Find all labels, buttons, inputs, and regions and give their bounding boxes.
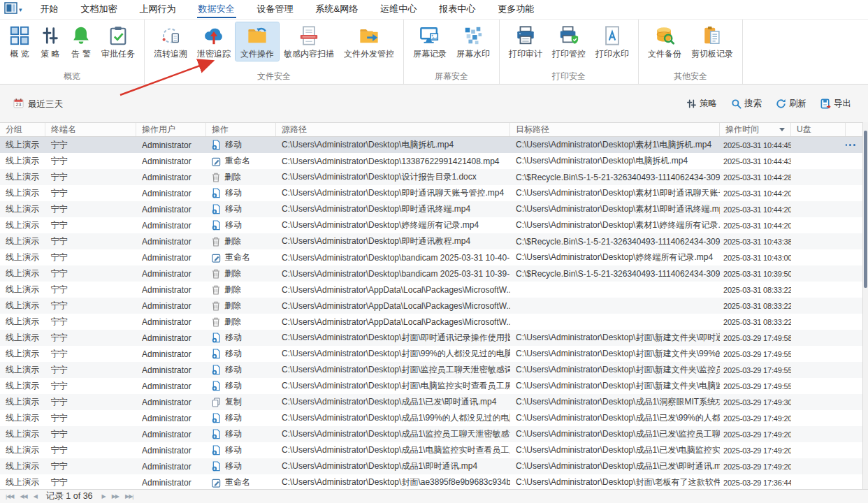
table-row[interactable]: 线上演示宁宁Administrator移动C:\Users\Administra…	[0, 426, 862, 442]
cell-terminal: 宁宁	[45, 316, 136, 328]
cell-user: Administrator	[136, 381, 206, 391]
ribbon-button-clipboard-record[interactable]: 剪切板记录	[686, 22, 738, 61]
ribbon-button-file-operation[interactable]: 文件操作	[236, 22, 279, 61]
table-row[interactable]: 线上演示宁宁Administrator移动C:\Users\Administra…	[0, 442, 862, 458]
menu-item[interactable]: 更多功能	[486, 0, 545, 19]
cell-user: Administrator	[136, 446, 206, 455]
menu-item[interactable]: 系统&网络	[305, 0, 370, 19]
ribbon-button-file-outgoing[interactable]: 文件外发管控	[339, 22, 399, 61]
export-button[interactable]: 导出	[820, 98, 851, 110]
operation-label: 移动	[225, 203, 242, 215]
app-menu-button[interactable]: ▾	[4, 2, 22, 17]
table-row[interactable]: 线上演示宁宁Administrator删除C:\Users\Administra…	[0, 282, 862, 298]
ribbon-button-approval[interactable]: 审批任务	[96, 22, 140, 61]
refresh-icon	[776, 99, 786, 109]
cell-source: C:\Users\Administrator\AppData\Local\Pac…	[276, 317, 510, 327]
ribbon-button-file-backup[interactable]: 文件备份	[643, 22, 686, 61]
cell-time: 2025-03-31 10:44:20	[720, 205, 791, 214]
cell-op: 重命名	[206, 155, 276, 167]
table-row[interactable]: 线上演示宁宁Administrator删除C:\Users\Administra…	[0, 233, 862, 249]
table-row[interactable]: 线上演示宁宁Administrator重命名C:\Users\Administr…	[0, 474, 862, 489]
column-header-8[interactable]: U盘	[791, 123, 846, 136]
menu-item[interactable]: 文档加密	[70, 0, 129, 19]
last-page-button[interactable]: ▶▶|	[125, 490, 133, 503]
cell-time: 2025-03-29 17:49:55	[720, 366, 791, 374]
column-header-1[interactable]: 分组	[0, 123, 45, 136]
column-header-6[interactable]: 目标路径	[510, 123, 720, 136]
menu-item[interactable]: 设备管理	[246, 0, 305, 19]
table-row[interactable]: 线上演示宁宁Administrator复制C:\Users\Administra…	[0, 394, 862, 410]
table-row[interactable]: 线上演示宁宁Administrator移动C:\Users\Administra…	[0, 185, 862, 201]
search-button[interactable]: 搜索	[731, 98, 762, 110]
ribbon-button-alert[interactable]: 告 警	[66, 22, 96, 61]
cell-filler	[846, 144, 862, 147]
cell-group: 线上演示	[0, 412, 45, 424]
first-page-button[interactable]: |◀◀	[6, 490, 13, 503]
delete-icon	[212, 269, 220, 279]
table-row[interactable]: 线上演示宁宁Administrator移动C:\Users\Administra…	[0, 362, 862, 378]
table-row[interactable]: 线上演示宁宁Administrator移动C:\Users\Administra…	[0, 378, 862, 394]
table-row[interactable]: 线上演示宁宁Administrator移动C:\Users\Administra…	[0, 410, 862, 426]
table-row[interactable]: 线上演示宁宁Administrator移动C:\Users\Administra…	[0, 137, 862, 153]
menu-item[interactable]: 开始	[29, 0, 70, 19]
record-count-label: 记录 1 of 36	[46, 490, 93, 502]
cell-target: C:\Users\Administrator\Desktop\封面\新建文件夹\…	[510, 348, 720, 360]
table-row[interactable]: 线上演示宁宁Administrator移动C:\Users\Administra…	[0, 346, 862, 362]
table-row[interactable]: 线上演示宁宁Administrator移动C:\Users\Administra…	[0, 217, 862, 233]
table-row[interactable]: 线上演示宁宁Administrator重命名C:\Users\Administr…	[0, 249, 862, 265]
column-header-7[interactable]: 操作时间	[720, 123, 791, 136]
cell-user: Administrator	[136, 189, 206, 198]
table-row[interactable]: 线上演示宁宁Administrator删除C:\Users\Administra…	[0, 265, 862, 282]
table-row[interactable]: 线上演示宁宁Administrator重命名C:\Users\Administr…	[0, 153, 862, 169]
cell-op: 删除	[206, 300, 276, 312]
table-row[interactable]: 线上演示宁宁Administrator删除C:\Users\Administra…	[0, 314, 862, 330]
move-icon	[212, 381, 221, 391]
table-row[interactable]: 线上演示宁宁Administrator移动C:\Users\Administra…	[0, 458, 862, 474]
vertical-scrollbar[interactable]	[862, 122, 868, 489]
ribbon-button-flow-trace[interactable]: 流转追溯	[149, 22, 192, 61]
cell-target: C:\Users\Administrator\Desktop\素材1\即时通讯聊…	[510, 187, 720, 199]
more-actions-button[interactable]	[846, 144, 855, 147]
ribbon-button-overview[interactable]: 概 览	[4, 22, 35, 61]
next-page-button[interactable]: ▶	[102, 490, 106, 503]
column-header-4[interactable]: 操作	[206, 123, 276, 136]
cell-terminal: 宁宁	[45, 155, 136, 167]
cell-terminal: 宁宁	[45, 219, 136, 231]
sliders-button[interactable]: 策略	[686, 98, 717, 110]
column-header-label: 终端名	[51, 124, 76, 136]
prev-page-button[interactable]: ◀	[34, 490, 37, 503]
sliders-icon	[686, 99, 697, 109]
ribbon-button-print-control[interactable]: 打印管控	[547, 22, 591, 61]
cell-time: 2025-03-29 17:49:20	[720, 446, 791, 455]
column-header-2[interactable]: 终端名	[45, 123, 136, 136]
ribbon-button-print-watermark[interactable]: 打印水印	[591, 22, 634, 61]
cell-source: C:\Users\Administrator\Desktop\封面\99%的人都…	[276, 348, 510, 360]
menu-item[interactable]: 数据安全	[187, 0, 246, 19]
menu-item[interactable]: 上网行为	[129, 0, 187, 19]
scrollbar-thumb[interactable]	[864, 131, 867, 288]
cell-group: 线上演示	[0, 380, 45, 392]
table-row[interactable]: 线上演示宁宁Administrator移动C:\Users\Administra…	[0, 201, 862, 217]
ribbon-button-screen-record[interactable]: 屏幕记录	[408, 22, 451, 61]
menu-item[interactable]: 报表中心	[428, 0, 486, 19]
cell-user: Administrator	[136, 349, 206, 359]
menu-item[interactable]: 运维中心	[369, 0, 428, 19]
fast-next-button[interactable]: ▶▶	[112, 490, 119, 503]
move-icon	[212, 365, 221, 375]
ribbon-button-label: 打印审计	[509, 49, 542, 59]
column-header-5[interactable]: 源路径	[276, 123, 510, 136]
ribbon-button-leak-trace[interactable]: 泄密追踪	[192, 22, 236, 61]
ribbon-button-policy[interactable]: 策 略	[35, 22, 66, 61]
date-range-filter[interactable]: 23 最近三天	[13, 98, 63, 110]
sort-filter-arrow-icon[interactable]	[779, 128, 785, 131]
refresh-button[interactable]: 刷新	[776, 98, 806, 110]
table-row[interactable]: 线上演示宁宁Administrator移动C:\Users\Administra…	[0, 330, 862, 346]
column-header-3[interactable]: 操作用户	[136, 123, 206, 136]
fast-prev-button[interactable]: ◀◀	[20, 490, 27, 503]
ribbon-button-content-scan[interactable]: 敏感内容扫描	[279, 22, 339, 61]
table-row[interactable]: 线上演示宁宁Administrator删除C:\Users\Administra…	[0, 298, 862, 314]
table-row[interactable]: 线上演示宁宁Administrator删除C:\Users\Administra…	[0, 169, 862, 185]
ribbon-button-print-audit[interactable]: 打印审计	[504, 22, 547, 61]
ribbon-button-screen-watermark[interactable]: 屏幕水印	[451, 22, 495, 61]
cell-source: C:\Users\Administrator\Desktop\即时通讯终端.mp…	[276, 203, 510, 215]
